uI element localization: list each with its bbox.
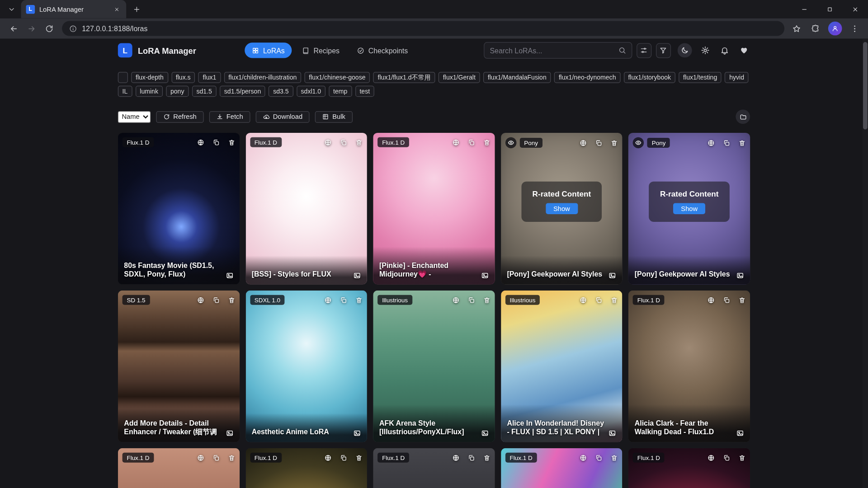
browser-tab[interactable]: L LoRA Manager xyxy=(21,0,127,18)
page-scrollbar[interactable] xyxy=(863,39,868,488)
nav-tab-recipes[interactable]: Recipes xyxy=(295,42,347,58)
tag-chip[interactable] xyxy=(118,72,128,83)
tag-chip[interactable]: sd1.5 xyxy=(192,86,217,97)
lora-card[interactable]: Pony R-rated Content Show [Pony] Geekpow… xyxy=(628,133,750,285)
delete-icon[interactable] xyxy=(483,454,491,461)
lora-card[interactable]: Flux.1 D Alicia Clark - Fear the Walking… xyxy=(628,291,750,442)
tag-chip[interactable]: sd1.5/person xyxy=(220,86,265,97)
tag-chip[interactable]: flux1/children-illustration xyxy=(224,72,301,83)
example-images-icon[interactable] xyxy=(609,272,616,279)
show-nsfw-button[interactable]: Show xyxy=(546,203,578,214)
delete-icon[interactable] xyxy=(483,139,491,146)
tag-chip[interactable]: sdxl1.0 xyxy=(297,86,326,97)
website-icon[interactable] xyxy=(580,296,587,304)
example-images-icon[interactable] xyxy=(736,429,744,437)
delete-icon[interactable] xyxy=(228,296,235,304)
lora-card[interactable]: Illustrious Alice In Wonderland! Disney … xyxy=(501,291,623,442)
tag-chip[interactable]: flux1/testing xyxy=(679,72,722,83)
copy-icon[interactable] xyxy=(595,296,603,304)
sort-select[interactable]: Name xyxy=(118,111,151,123)
download-button[interactable]: Download xyxy=(256,111,310,123)
filter-button[interactable] xyxy=(656,43,671,58)
scrollbar-thumb[interactable] xyxy=(863,42,868,129)
reload-button[interactable] xyxy=(41,20,58,37)
window-minimize-button[interactable] xyxy=(792,0,817,18)
visibility-toggle[interactable] xyxy=(633,137,644,148)
theme-toggle-button[interactable] xyxy=(678,43,692,58)
visibility-toggle[interactable] xyxy=(505,137,516,148)
website-icon[interactable] xyxy=(452,139,459,146)
delete-icon[interactable] xyxy=(611,296,618,304)
website-icon[interactable] xyxy=(325,296,332,304)
browser-menu-icon[interactable] xyxy=(847,21,862,36)
website-icon[interactable] xyxy=(325,139,332,146)
copy-icon[interactable] xyxy=(723,139,730,146)
delete-icon[interactable] xyxy=(483,296,491,304)
delete-icon[interactable] xyxy=(355,139,363,146)
window-maximize-button[interactable] xyxy=(817,0,842,18)
lora-card[interactable]: Pony R-rated Content Show [Pony] Geekpow… xyxy=(501,133,623,285)
back-button[interactable] xyxy=(5,20,22,37)
refresh-button[interactable]: Refresh xyxy=(156,111,203,123)
tag-chip[interactable]: hyvid xyxy=(725,72,748,83)
lora-card[interactable]: Flux.1 D xyxy=(373,448,495,488)
copy-icon[interactable] xyxy=(212,454,220,461)
copy-icon[interactable] xyxy=(723,296,730,304)
window-close-button[interactable] xyxy=(843,0,868,18)
bulk-button[interactable]: Bulk xyxy=(315,111,352,123)
website-icon[interactable] xyxy=(580,454,587,461)
website-icon[interactable] xyxy=(197,139,204,146)
website-icon[interactable] xyxy=(197,454,204,461)
tag-chip[interactable]: lumink xyxy=(136,86,163,97)
example-images-icon[interactable] xyxy=(609,429,616,437)
folder-button[interactable] xyxy=(736,109,750,124)
copy-icon[interactable] xyxy=(467,454,475,461)
nav-tab-checkpoints[interactable]: Checkpoints xyxy=(350,42,415,58)
website-icon[interactable] xyxy=(325,454,332,461)
profile-avatar[interactable] xyxy=(828,22,842,36)
tag-chip[interactable]: test xyxy=(355,86,374,97)
website-icon[interactable] xyxy=(197,296,204,304)
delete-icon[interactable] xyxy=(738,296,745,304)
website-icon[interactable] xyxy=(580,139,587,146)
delete-icon[interactable] xyxy=(355,296,363,304)
copy-icon[interactable] xyxy=(467,139,475,146)
forward-button[interactable] xyxy=(23,20,40,37)
lora-card[interactable]: Flux.1 D [BSS] - Styles for FLUX xyxy=(245,133,367,285)
new-tab-button[interactable] xyxy=(130,2,144,17)
tag-chip[interactable]: IL xyxy=(118,86,132,97)
copy-icon[interactable] xyxy=(212,296,220,304)
extensions-icon[interactable] xyxy=(808,21,823,36)
lora-card[interactable]: Flux.1 D 80s Fantasy Movie (SD1.5, SDXL,… xyxy=(118,133,240,285)
copy-icon[interactable] xyxy=(595,139,603,146)
tag-chip[interactable]: flux1/MandalaFusion xyxy=(483,72,551,83)
delete-icon[interactable] xyxy=(738,139,745,146)
website-icon[interactable] xyxy=(708,296,715,304)
search-icon[interactable] xyxy=(618,47,626,54)
tag-chip[interactable]: flux1/Geralt xyxy=(439,72,480,83)
lora-card[interactable]: SDXL 1.0 Aesthetic Anime LoRA xyxy=(245,291,367,442)
tag-chip[interactable]: temp xyxy=(329,86,352,97)
tab-close-icon[interactable] xyxy=(113,5,122,14)
delete-icon[interactable] xyxy=(611,139,618,146)
example-images-icon[interactable] xyxy=(353,429,361,437)
lora-card[interactable]: Flux.1 D xyxy=(118,448,240,488)
example-images-icon[interactable] xyxy=(481,272,489,279)
settings-icon[interactable] xyxy=(699,44,712,56)
lora-card[interactable]: Flux.1 D xyxy=(501,448,623,488)
lora-card[interactable]: Flux.1 D xyxy=(245,448,367,488)
delete-icon[interactable] xyxy=(228,139,235,146)
website-icon[interactable] xyxy=(452,296,459,304)
lora-card[interactable]: SD 1.5 Add More Details - Detail Enhance… xyxy=(118,291,240,442)
tag-chip[interactable]: sd3.5 xyxy=(269,86,293,97)
tag-chip[interactable]: flux1 xyxy=(198,72,221,83)
tag-chip[interactable]: flux1/neo-dynomech xyxy=(554,72,620,83)
site-info-icon[interactable] xyxy=(69,24,77,32)
copy-icon[interactable] xyxy=(340,454,347,461)
show-nsfw-button[interactable]: Show xyxy=(673,203,705,214)
delete-icon[interactable] xyxy=(738,454,745,461)
tag-chip[interactable]: flux1/storybook xyxy=(624,72,675,83)
example-images-icon[interactable] xyxy=(481,429,489,437)
copy-icon[interactable] xyxy=(340,296,347,304)
notifications-icon[interactable] xyxy=(718,44,731,56)
